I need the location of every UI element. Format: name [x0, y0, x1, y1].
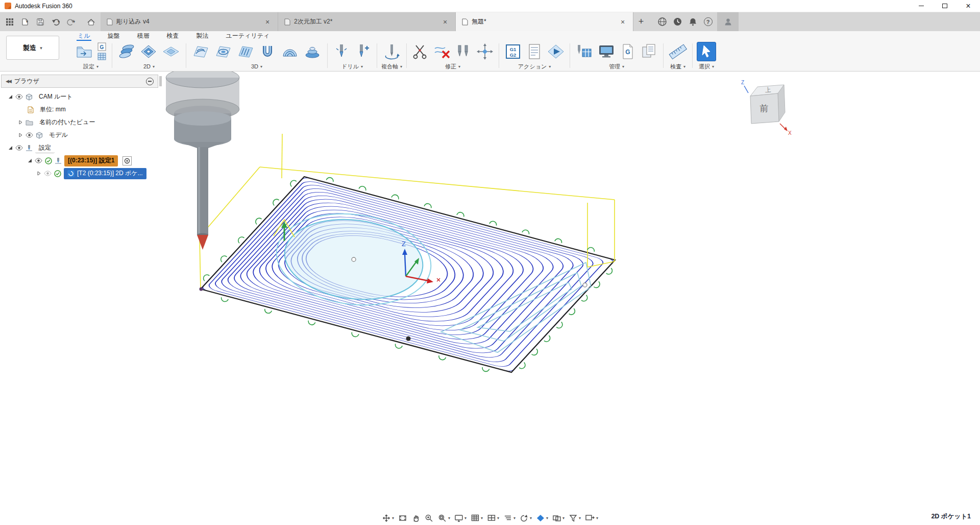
tab-close-icon[interactable]: [263, 18, 272, 26]
move-toolpath-button[interactable]: [475, 42, 495, 61]
post-library-button[interactable]: G: [618, 42, 638, 61]
expander-closed-icon[interactable]: [18, 133, 23, 137]
group-label-manage[interactable]: 管理: [609, 63, 624, 70]
tool-library-button[interactable]: [574, 42, 595, 61]
viewports-button[interactable]: [485, 513, 501, 523]
group-label-actions[interactable]: アクション: [518, 63, 551, 70]
3d-spiral-button[interactable]: [303, 42, 323, 61]
tree-row-setup1[interactable]: [(0:23:15)] 設定1: [1, 154, 158, 167]
expander-open-icon[interactable]: [8, 146, 13, 150]
delete-toolpath-button[interactable]: [432, 42, 452, 61]
browser-header[interactable]: ◀◀ ブラウザ: [1, 75, 158, 88]
ribbon-tab-additive[interactable]: 積層: [136, 31, 151, 41]
post-process-button[interactable]: G1G2: [503, 42, 523, 61]
new-stock-button[interactable]: [96, 52, 108, 61]
simulate-button[interactable]: [546, 42, 566, 61]
collapse-panel-icon[interactable]: ◀◀: [6, 79, 11, 84]
group-label-select[interactable]: 選択: [699, 63, 714, 70]
3d-adaptive-button[interactable]: [190, 42, 211, 61]
select-tool-button[interactable]: [697, 42, 716, 61]
file-menu-button[interactable]: ▾: [17, 15, 33, 29]
visibility-eye-icon[interactable]: [35, 158, 42, 163]
display-filter-icon[interactable]: [146, 78, 154, 85]
visibility-eye-icon[interactable]: [15, 145, 23, 151]
orbit-button[interactable]: [518, 513, 533, 523]
trim-toolpath-button[interactable]: [411, 42, 430, 61]
tree-row-cam-root[interactable]: CAM ルート: [1, 90, 158, 103]
home-view-button[interactable]: [83, 15, 99, 29]
fit-view-button[interactable]: [397, 513, 409, 523]
tree-row-model[interactable]: モデル: [1, 129, 158, 141]
ribbon-tab-inspect[interactable]: 検査: [166, 31, 180, 41]
maximize-button[interactable]: [933, 0, 957, 12]
document-tab-3-active[interactable]: 無題*: [456, 12, 633, 31]
expander-closed-icon[interactable]: [37, 171, 41, 176]
history-button[interactable]: [671, 16, 683, 28]
view-cube[interactable]: 前 上 Z X: [739, 78, 793, 139]
job-status-button[interactable]: [656, 16, 668, 28]
pan-button[interactable]: [380, 513, 396, 523]
save-button[interactable]: [33, 15, 48, 29]
setup-sheet-button[interactable]: [525, 42, 544, 61]
steps-button[interactable]: [502, 513, 517, 523]
tab-close-icon[interactable]: [619, 18, 627, 26]
group-label-inspect[interactable]: 検査: [670, 63, 685, 70]
ribbon-tab-turn[interactable]: 旋盤: [107, 31, 121, 41]
pan-hand-button[interactable]: [410, 513, 422, 523]
drill-button[interactable]: [332, 42, 351, 61]
ribbon-tab-fabrication[interactable]: 製法: [195, 31, 210, 41]
document-tab-1[interactable]: 彫り込み v4: [101, 12, 278, 31]
visibility-eye-icon[interactable]: [15, 94, 23, 100]
document-tab-2[interactable]: 2次元加工 v2*: [278, 12, 456, 31]
visibility-eye-icon[interactable]: [26, 132, 33, 138]
new-ncprogram-button[interactable]: G: [96, 42, 108, 52]
presentation-button[interactable]: [583, 513, 600, 523]
layout-button[interactable]: [551, 513, 566, 523]
close-button[interactable]: [957, 0, 980, 12]
grid-settings-button[interactable]: [469, 513, 484, 523]
tree-row-units[interactable]: 単位: mm: [1, 103, 158, 116]
zoom-in-button[interactable]: [423, 513, 435, 523]
group-label-multiaxis[interactable]: 複合軸: [381, 63, 402, 70]
group-label-3d[interactable]: 3D: [251, 63, 262, 69]
panel-resize-handle[interactable]: [159, 76, 162, 86]
edit-tool-button[interactable]: [454, 42, 473, 61]
group-label-setup[interactable]: 設定: [83, 63, 99, 70]
2d-face-button[interactable]: [161, 42, 182, 61]
new-setup-button[interactable]: [74, 42, 94, 61]
expander-closed-icon[interactable]: [18, 120, 23, 125]
group-label-modify[interactable]: 修正: [445, 63, 460, 70]
measure-button[interactable]: [668, 42, 688, 61]
group-label-drill[interactable]: ドリル: [341, 63, 363, 70]
expander-open-icon[interactable]: [28, 158, 32, 163]
effects-button[interactable]: [534, 513, 550, 523]
expander-open-icon[interactable]: [8, 94, 13, 99]
undo-button[interactable]: ▾: [48, 15, 63, 29]
minimize-button[interactable]: [910, 0, 933, 12]
notifications-button[interactable]: [687, 16, 699, 28]
circular-button[interactable]: [353, 42, 373, 61]
tab-close-icon[interactable]: [441, 18, 449, 26]
redo-button[interactable]: ▾: [63, 15, 79, 29]
tree-row-setups[interactable]: 設定: [1, 141, 158, 154]
group-label-2d[interactable]: 2D: [143, 63, 155, 69]
3d-steep-button[interactable]: [235, 42, 256, 61]
ribbon-tab-utilities[interactable]: ユーティリティ: [225, 31, 271, 41]
zoom-window-button[interactable]: [436, 513, 452, 523]
2d-adaptive-button[interactable]: [116, 42, 137, 61]
multiaxis-contour-button[interactable]: [382, 42, 402, 61]
wcs-target-button[interactable]: [122, 156, 132, 165]
2d-pocket-button[interactable]: [139, 42, 159, 61]
tree-row-pocket-op[interactable]: [T2 (0:23:15)] 2D ポケ...: [1, 167, 158, 180]
3d-slot-button[interactable]: [258, 42, 278, 61]
account-button[interactable]: [717, 12, 739, 31]
templates-button[interactable]: [640, 42, 659, 61]
app-grid-button[interactable]: [2, 15, 17, 29]
ribbon-tab-mill[interactable]: ミル: [77, 31, 91, 41]
new-tab-button[interactable]: [633, 12, 649, 31]
display-settings-button[interactable]: [453, 513, 468, 523]
3d-pocket-button[interactable]: [213, 42, 233, 61]
help-button[interactable]: [702, 16, 714, 28]
machine-library-button[interactable]: [597, 42, 616, 61]
visibility-filter-button[interactable]: [567, 513, 582, 523]
